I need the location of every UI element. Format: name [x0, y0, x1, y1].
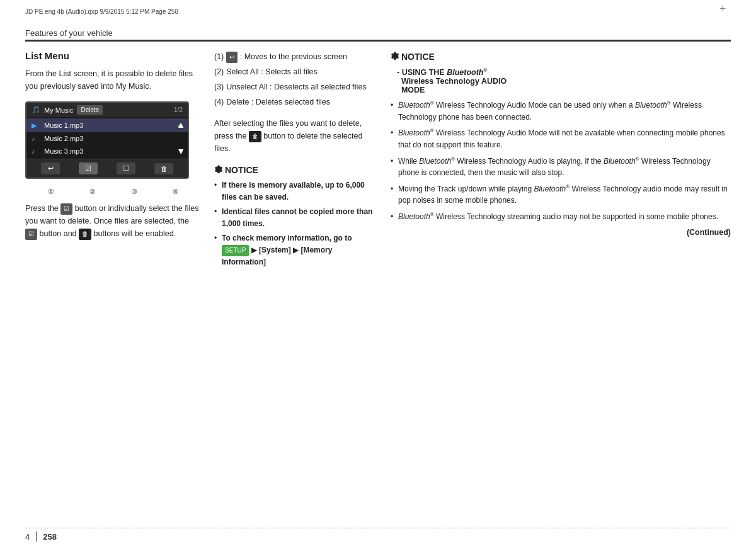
scroll-up-icon[interactable]: ▲: [176, 120, 185, 130]
right-bullet-list: Bluetooth® Wireless Technology Audio Mod…: [391, 99, 731, 222]
footer-page-right: 258: [43, 532, 57, 542]
num-4: (4): [214, 96, 224, 108]
file-name-3: Music 3.mp3: [44, 147, 183, 155]
note-icon-3: ♪: [32, 147, 40, 155]
list-item-3: (3) Unselect All : Deselects all selecte…: [214, 81, 378, 93]
numbered-list: (1) ↩ : Moves to the previous screen (2)…: [214, 50, 378, 108]
footer-page-left: 4: [25, 532, 30, 542]
ui-screen-mockup: 🎵 My Music Delete 1/2 ▶ Music 1.mp3 ✓ ▲ …: [25, 101, 189, 179]
after-select-text: After selecting the files you want to de…: [214, 117, 378, 155]
notice-list: If there is memory available, up to 6,00…: [214, 179, 378, 268]
section-header: Features of your vehicle: [25, 28, 731, 42]
arrow-2: ▶: [293, 246, 299, 254]
notice-box-middle: ✽ NOTICE If there is memory available, u…: [214, 164, 378, 268]
main-content: List Menu From the List screen, it is po…: [25, 50, 731, 513]
ui-title-bar: 🎵 My Music Delete 1/2: [26, 103, 188, 117]
notice-title-middle: ✽ NOTICE: [214, 164, 378, 176]
notice-item-1: If there is memory available, up to 6,00…: [214, 179, 378, 203]
section-title: Features of your vehicle: [25, 28, 113, 38]
notice-star-middle: ✽: [214, 164, 222, 176]
list-item-2: (2) Select All : Selects all files: [214, 65, 378, 78]
press-description: Press the ☑ button or individually selec…: [25, 202, 202, 240]
delete-file-btn[interactable]: 🗑: [154, 163, 173, 174]
check-all-btn[interactable]: ☑: [79, 162, 98, 174]
back-btn[interactable]: ↩: [41, 162, 60, 174]
right-notice-title: ✽ NOTICE: [391, 50, 731, 62]
file-name-1: Music 1.mp3: [44, 122, 173, 129]
left-column: List Menu From the List screen, it is po…: [25, 50, 202, 513]
right-bullet-5: Bluetooth® Wireless Technology streaming…: [391, 211, 731, 223]
list-item-4: (4) Delete : Deletes selected files: [214, 96, 378, 108]
music-icon: 🎵: [32, 106, 40, 114]
item-4-text: Delete : Deletes selected files: [226, 96, 330, 108]
inline-delete-btn-mid: 🗑: [249, 131, 261, 142]
circle-3: ③: [131, 188, 137, 196]
file-list: ▶ Music 1.mp3 ✓ ▲ ♪ Music 2.mp3 ▼ ♪ Musi…: [26, 117, 188, 159]
footer-separator: [36, 531, 37, 542]
num-1: (1): [214, 50, 224, 63]
screen-title: My Music: [44, 106, 73, 114]
setup-btn: SETUP: [222, 245, 249, 256]
file-row-2[interactable]: ♪ Music 2.mp3 ▼: [26, 132, 188, 145]
right-column: ✽ NOTICE - USING THE Bluetooth® Wireless…: [391, 50, 731, 513]
notice-text-middle: NOTICE: [225, 165, 258, 175]
dash-item: - USING THE Bluetooth® Wireless Technolo…: [397, 67, 731, 94]
uncheck-all-btn[interactable]: ☐: [117, 162, 135, 174]
scroll-down-icon[interactable]: ▼: [176, 146, 185, 156]
circle-4: ④: [173, 188, 179, 196]
right-bullet-3: While Bluetooth® Wireless Technology Aud…: [391, 156, 731, 179]
circle-1: ①: [48, 188, 54, 196]
list-item-1: (1) ↩ : Moves to the previous screen: [214, 50, 378, 63]
item-2-text: Select All : Selects all files: [226, 65, 318, 78]
prev-screen-btn: ↩: [226, 52, 238, 63]
page-number: 1/2: [174, 106, 183, 113]
note-icon-2: ♪: [32, 135, 40, 142]
notice-item-2: Identical files cannot be copied more th…: [214, 206, 378, 229]
right-notice-text: NOTICE: [401, 52, 435, 62]
inline-check-btn2: ☑: [25, 229, 37, 240]
ui-bottom-bar: ↩ ☑ ☐ 🗑: [26, 159, 188, 178]
right-notice-star: ✽: [391, 50, 399, 62]
num-3: (3): [214, 81, 224, 93]
file-row-1[interactable]: ▶ Music 1.mp3 ✓ ▲: [26, 118, 188, 132]
crop-mark-top-right: [718, 5, 731, 18]
item-3-text: Unselect All : Deselects all selected fi…: [226, 81, 366, 93]
delete-button[interactable]: Delete: [77, 105, 103, 115]
list-menu-description: From the List screen, it is possible to …: [25, 67, 202, 93]
file-name-2: Music 2.mp3: [44, 135, 183, 142]
circle-labels: ① ② ③ ④: [25, 186, 202, 197]
ui-title-left: 🎵 My Music Delete: [32, 105, 103, 115]
page-header: JD PE eng 4b (Audio).qxp 9/9/2015 5:12 P…: [25, 5, 731, 18]
footer: 4 258: [25, 528, 731, 542]
list-menu-title: List Menu: [25, 50, 202, 61]
right-bullet-1: Bluetooth® Wireless Technology Audio Mod…: [391, 99, 731, 123]
continued-text: (Continued): [391, 228, 731, 237]
arrow-1: ▶: [251, 246, 257, 254]
inline-delete-btn: 🗑: [79, 229, 91, 240]
circle-2: ②: [89, 188, 96, 196]
right-bullet-2: Bluetooth® Wireless Technology Audio Mod…: [391, 127, 731, 151]
item-1-text: ↩ : Moves to the previous screen: [226, 50, 347, 63]
num-2: (2): [214, 65, 224, 78]
file-row-3[interactable]: ♪ Music 3.mp3 ▼: [26, 145, 188, 157]
right-bullet-4: Moving the Track up/down while playing B…: [391, 183, 731, 207]
inline-check-btn: ☑: [60, 203, 72, 215]
play-icon: ▶: [32, 122, 40, 130]
header-text: JD PE eng 4b (Audio).qxp 9/9/2015 5:12 P…: [25, 8, 178, 15]
middle-column: (1) ↩ : Moves to the previous screen (2)…: [214, 50, 378, 513]
notice-item-3: To check memory information, go to SETUP…: [214, 232, 378, 268]
